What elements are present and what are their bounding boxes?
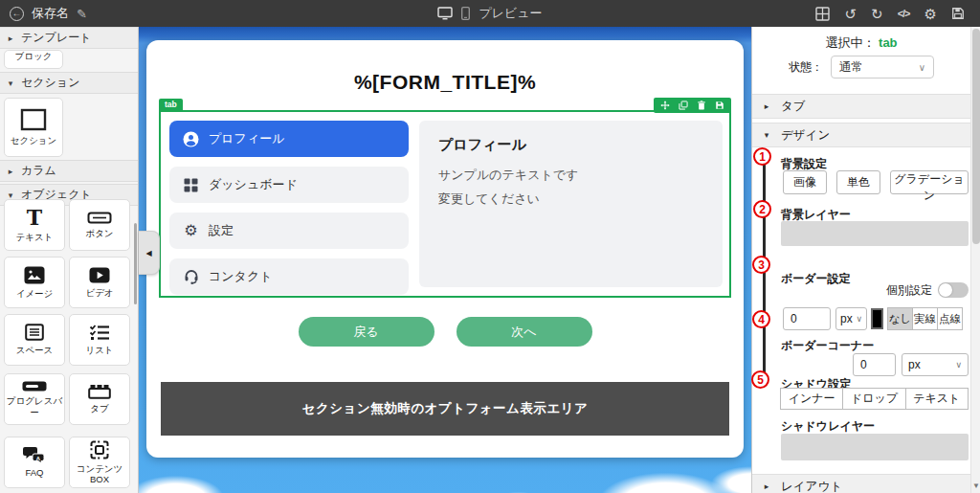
object-card-tab[interactable]: タブ <box>69 373 130 425</box>
object-card-list[interactable]: リスト <box>69 314 130 366</box>
space-icon <box>25 324 44 341</box>
desktop-preview-icon[interactable] <box>437 7 453 20</box>
duplicate-icon[interactable] <box>679 101 688 110</box>
accordion-design[interactable]: ▾ デザイン <box>752 123 971 147</box>
chevron-down-icon: ∨ <box>955 360 962 370</box>
back-icon[interactable]: ← <box>10 7 24 21</box>
accordion-label: デザイン <box>781 127 830 144</box>
object-card-button[interactable]: ボタン <box>69 199 130 251</box>
inspector-scrollbar[interactable]: ▼ <box>970 27 980 493</box>
border-width-input[interactable] <box>783 307 831 330</box>
object-card-label: タブ <box>90 403 108 414</box>
object-card-content-box[interactable]: コンテンツBOX <box>69 437 130 488</box>
undo-icon[interactable]: ↺ <box>844 7 857 21</box>
selected-element-row: 選択中： tab <box>752 34 970 52</box>
optout-form-area[interactable]: セクション無効時のオプトフォーム表示エリア <box>161 382 729 436</box>
tab-nav-label: ダッシュボード <box>209 176 298 193</box>
bg-image-button[interactable]: 画像 <box>783 170 827 194</box>
dashboard-icon <box>183 178 199 192</box>
form-nav-buttons: 戻る 次へ <box>146 317 744 347</box>
chevron-down-icon: ∨ <box>919 62 925 73</box>
shadow-inner-button[interactable]: インナー <box>780 388 843 410</box>
save-icon[interactable] <box>951 7 965 20</box>
object-card-video[interactable]: ビデオ <box>69 257 130 308</box>
section-card[interactable]: セクション <box>4 98 63 157</box>
bg-layer-box[interactable] <box>781 221 969 246</box>
section-card-label: セクション <box>11 135 57 146</box>
border-settings-label: ボーダー設定 <box>781 271 851 287</box>
tri-down-icon: ▾ <box>0 78 21 88</box>
tab-icon <box>88 384 111 399</box>
tri-right-icon: ▸ <box>0 34 21 43</box>
object-card-label: リスト <box>85 345 113 355</box>
back-button[interactable]: 戻る <box>299 317 434 347</box>
tab-nav-settings[interactable]: ⚙ 設定 <box>169 213 409 249</box>
selected-value: tab <box>879 35 898 50</box>
object-card-image[interactable]: イメージ <box>4 257 65 308</box>
state-row: 状態： 通常 ∨ <box>752 56 970 78</box>
scrollbar-thumb[interactable] <box>972 29 980 244</box>
object-card-label: コンテンツBOX <box>70 463 129 485</box>
accordion-layout[interactable]: ▸ レイアウト <box>752 474 971 493</box>
tab-content-panel: プロフィール サンプルのテキストです 変更してください <box>419 121 723 287</box>
next-button[interactable]: 次へ <box>457 317 592 347</box>
state-select[interactable]: 通常 ∨ <box>831 56 934 78</box>
annotation-3: 3 <box>752 256 770 274</box>
save-name-label: 保存名 <box>32 5 69 22</box>
content-box-icon <box>90 440 109 459</box>
object-card-label: ボタン <box>85 228 113 238</box>
sidebar-scrollbar[interactable] <box>134 223 137 304</box>
svg-text:A: A <box>36 456 41 461</box>
redo-icon[interactable]: ↻ <box>871 7 883 21</box>
tab-widget[interactable]: tab プロフィ <box>159 110 731 298</box>
left-sidebar: ▸ テンプレート ブロック ▾ セクション セクション ▸ カラム ▾ オブジェ… <box>0 27 139 493</box>
form-title[interactable]: %[FORM_TITLE]% <box>146 71 744 94</box>
individual-setting-toggle[interactable] <box>938 282 969 298</box>
grid-view-icon[interactable] <box>815 7 830 21</box>
scrollbar-down-arrow[interactable]: ▼ <box>971 482 980 490</box>
bg-solid-button[interactable]: 単色 <box>836 170 880 194</box>
move-icon[interactable] <box>660 101 670 110</box>
state-select-value: 通常 <box>839 59 863 76</box>
annotation-5: 5 <box>751 370 769 389</box>
accordion-tab[interactable]: ▸ タブ <box>752 94 971 119</box>
corner-radius-input[interactable] <box>853 353 896 376</box>
shadow-drop-button[interactable]: ドロップ <box>842 388 905 410</box>
object-card-space[interactable]: スペース <box>4 314 65 366</box>
sidebar-section-template[interactable]: ▸ テンプレート <box>0 27 138 49</box>
shadow-layer-box[interactable] <box>781 434 969 460</box>
object-card-label: FAQ <box>25 467 43 478</box>
border-style-solid[interactable]: 実線 <box>912 307 938 330</box>
border-color-swatch[interactable] <box>871 308 883 329</box>
shadow-text-button[interactable]: テキスト <box>905 388 969 410</box>
tab-nav-dashboard[interactable]: ダッシュボード <box>169 167 409 203</box>
object-card-text[interactable]: T テキスト <box>4 199 65 251</box>
border-style-dotted[interactable]: 点線 <box>937 307 963 330</box>
object-card-label: スペース <box>16 345 54 355</box>
bg-gradient-button[interactable]: グラデーション <box>890 170 969 194</box>
save-element-icon[interactable] <box>715 101 724 110</box>
shadow-layer-label: シャドウレイヤー <box>781 418 875 435</box>
template-card-block[interactable]: ブロック <box>4 50 63 69</box>
mobile-preview-icon[interactable] <box>461 7 470 20</box>
sidebar-collapse-handle[interactable]: ◀ <box>139 231 160 275</box>
sidebar-section-section[interactable]: ▾ セクション <box>0 72 138 94</box>
object-card-faq[interactable]: A FAQ <box>4 437 65 488</box>
code-icon[interactable]: </> <box>898 9 910 19</box>
sidebar-section-column[interactable]: ▸ カラム <box>0 160 138 182</box>
image-icon <box>24 266 45 284</box>
object-card-label: イメージ <box>16 288 54 299</box>
border-unit-select[interactable]: px ∨ <box>835 307 867 330</box>
tab-nav-label: プロフィール <box>209 130 285 147</box>
edit-name-icon[interactable]: ✎ <box>77 7 87 21</box>
state-label: 状態： <box>789 59 823 76</box>
tab-nav-profile[interactable]: プロフィール <box>169 121 409 157</box>
object-card-progress-bar[interactable]: プログレスバー <box>4 373 65 425</box>
tab-nav-contact[interactable]: コンタクト <box>169 258 409 295</box>
settings-gear-icon[interactable]: ⚙ <box>924 7 937 21</box>
template-card-label: ブロック <box>15 51 53 61</box>
border-style-none[interactable]: なし <box>887 307 913 330</box>
list-icon <box>89 324 110 341</box>
trash-icon[interactable] <box>697 101 706 110</box>
corner-unit-select[interactable]: px ∨ <box>902 353 969 376</box>
